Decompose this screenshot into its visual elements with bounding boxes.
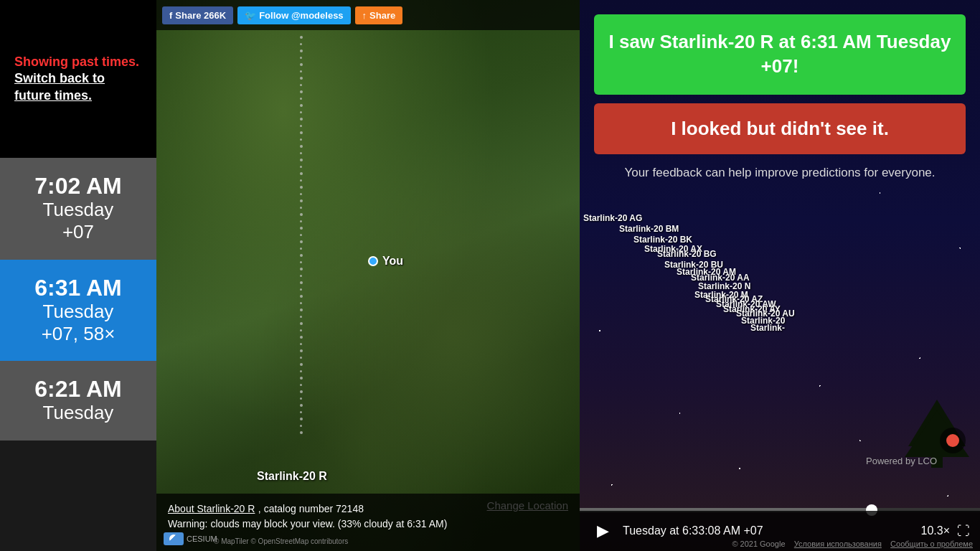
starlink-label: Starlink-20 BG: [657, 249, 717, 259]
feedback-area: I saw Starlink-20 R at 6:31 AM Tuesday +…: [580, 0, 980, 188]
share-icon: ↑: [362, 10, 367, 21]
record-circle-icon: [946, 434, 959, 447]
google-copyright: © 2021 Google Условия использования Сооб…: [732, 540, 973, 548]
cesium-text: CESIUM: [187, 534, 217, 543]
cesium-logo: CESIUM: [164, 532, 217, 545]
map-section: f Share 266K 🐦 Follow @modeless ↑ Share: [156, 0, 580, 551]
right-content: I saw Starlink-20 R at 6:31 AM Tuesday +…: [580, 0, 980, 551]
showing-past-text: Showing past times. Switch back to futur…: [14, 54, 142, 104]
twitter-icon: 🐦: [245, 10, 256, 21]
selected-tz-mag: +07, 58×: [10, 323, 146, 345]
map-attribution: © MapTiler © OpenStreetMap contributors: [214, 537, 348, 545]
play-button[interactable]: ▶: [590, 518, 616, 544]
starlink-label: Starlink-20 AG: [583, 213, 642, 223]
starlink-label: Starlink-20 BM: [619, 224, 679, 234]
twitter-follow-label: Follow @modeless: [259, 10, 343, 21]
terms-link[interactable]: Условия использования: [794, 540, 882, 548]
google-copyright-text: © 2021 Google: [732, 540, 785, 548]
video-time-display: Tuesday at 6:33:08 AM +07: [623, 524, 914, 537]
switch-link[interactable]: Switch back to future times.: [14, 71, 105, 102]
selected-time-block[interactable]: 6:31 AM Tuesday +07, 58×: [0, 260, 156, 362]
next-time-block[interactable]: 6:21 AM Tuesday: [0, 361, 156, 440]
sidebar-top: Showing past times. Switch back to futur…: [0, 0, 156, 158]
selected-day: Tuesday: [10, 301, 146, 323]
map-background: [156, 0, 580, 551]
selected-time: 6:31 AM: [10, 276, 146, 301]
current-tz: +07: [10, 221, 146, 243]
you-marker[interactable]: You: [368, 255, 403, 268]
satellite-path: [300, 36, 302, 466]
starlink-label: Starlink-: [750, 323, 785, 333]
didnt-see-button[interactable]: I looked but didn't see it.: [594, 103, 966, 154]
map-topbar: f Share 266K 🐦 Follow @modeless ↑ Share: [156, 0, 580, 30]
share-button[interactable]: ↑ Share: [355, 6, 403, 24]
cesium-icon: [164, 532, 184, 545]
current-day: Tuesday: [10, 199, 146, 221]
video-mag-display: 10.3×: [921, 524, 950, 537]
about-starlink-link[interactable]: About Starlink-20 R: [168, 503, 255, 514]
you-label: You: [382, 255, 403, 268]
right-section: I saw Starlink-20 R at 6:31 AM Tuesday +…: [580, 0, 980, 551]
fullscreen-button[interactable]: ⛶: [957, 524, 970, 539]
cesium-icon-inner: [169, 534, 178, 543]
share-label: Share: [369, 10, 395, 21]
saw-it-button[interactable]: I saw Starlink-20 R at 6:31 AM Tuesday +…: [594, 14, 966, 95]
facebook-share-label: Share 266K: [175, 10, 226, 21]
feedback-note: Your feedback can help improve predictio…: [594, 164, 966, 182]
powered-by-lco: Powered by LCO: [866, 456, 937, 466]
record-button[interactable]: [940, 428, 966, 453]
facebook-share-button[interactable]: f Share 266K: [162, 6, 233, 24]
current-time-block[interactable]: 7:02 AM Tuesday +07: [0, 158, 156, 260]
current-time: 7:02 AM: [10, 174, 146, 199]
next-time: 6:21 AM: [10, 377, 146, 402]
sidebar: Showing past times. Switch back to futur…: [0, 0, 156, 551]
starlink-map-label: Starlink-20 R: [257, 470, 327, 483]
facebook-icon: f: [169, 10, 172, 21]
report-link[interactable]: Сообщить о проблеме: [890, 540, 973, 548]
next-day: Tuesday: [10, 402, 146, 424]
catalog-number: , catalog number 72148: [258, 503, 364, 514]
twitter-follow-button[interactable]: 🐦 Follow @modeless: [237, 6, 350, 24]
starlink-label: Starlink-20 BK: [633, 235, 692, 245]
you-dot: [368, 256, 378, 266]
showing-past-label: Showing past times.: [14, 55, 139, 69]
cloud-warning: Warning: clouds may block your view. (33…: [168, 518, 568, 529]
sky-view: Starlink-20 AGStarlink-20 BMStarlink-20 …: [580, 188, 980, 511]
